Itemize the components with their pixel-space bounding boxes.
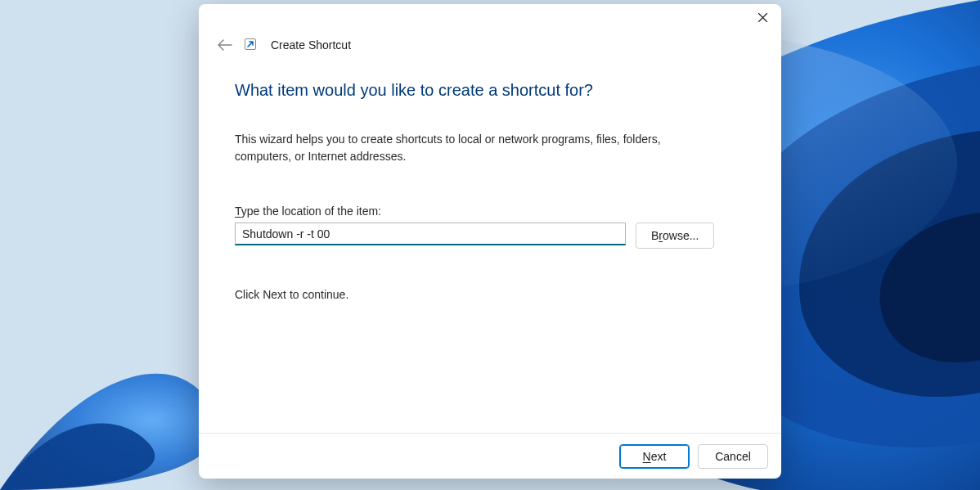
cancel-button[interactable]: Cancel — [698, 444, 768, 469]
wizard-description: This wizard helps you to create shortcut… — [235, 131, 693, 165]
location-label: Type the location of the item: — [235, 205, 745, 218]
continue-instruction: Click Next to continue. — [235, 288, 745, 301]
create-shortcut-dialog: Create Shortcut What item would you like… — [199, 4, 781, 479]
dialog-content: What item would you like to create a sho… — [199, 55, 781, 433]
close-button[interactable] — [744, 4, 781, 30]
location-input[interactable] — [235, 223, 626, 245]
dialog-footer: Next Cancel — [199, 433, 781, 479]
close-icon — [758, 13, 767, 22]
shortcut-overlay-icon — [245, 38, 258, 52]
location-row: Browse... — [235, 223, 745, 249]
wizard-title: Create Shortcut — [271, 38, 351, 52]
dialog-titlebar — [199, 4, 781, 37]
back-arrow-icon — [218, 39, 232, 51]
browse-button[interactable]: Browse... — [636, 223, 714, 249]
page-heading: What item would you like to create a sho… — [235, 81, 745, 100]
back-button[interactable] — [215, 35, 235, 55]
next-button[interactable]: Next — [619, 444, 690, 469]
